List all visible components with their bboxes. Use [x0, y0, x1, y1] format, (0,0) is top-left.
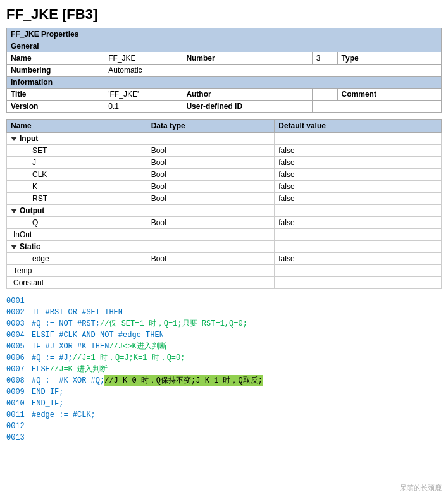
line-number: 0003 — [6, 318, 32, 330]
code-segment: IF #J XOR #K THEN — [32, 341, 109, 352]
code-segment: //仅 SET=1 时，Q=1;只要 RST=1,Q=0; — [100, 318, 247, 330]
line-number: 0009 — [6, 386, 32, 398]
line-number: 0001 — [6, 295, 32, 307]
row-datatype-cell: Bool — [147, 169, 275, 181]
row-default-cell — [275, 265, 442, 277]
code-line: 0005 IF #J XOR #K THEN //J<>K进入判断 — [6, 341, 442, 352]
table-row: RSTBoolfalse — [7, 193, 442, 205]
line-number: 0007 — [6, 364, 32, 375]
row-default-cell: false — [275, 169, 442, 181]
title-label: Title — [7, 89, 104, 101]
row-default-cell: false — [275, 181, 442, 193]
row-datatype-cell — [147, 205, 275, 217]
line-number: 0006 — [6, 352, 32, 364]
version-value: 0.1 — [104, 101, 182, 113]
row-datatype-cell: Bool — [147, 193, 275, 205]
table-row: Input — [7, 133, 442, 145]
code-line: 0013 — [6, 432, 442, 443]
row-datatype-cell: Bool — [147, 217, 275, 229]
code-line: 0008 #Q := #K XOR #Q; //J=K=0 时，Q保持不变;J=… — [6, 375, 442, 386]
code-segment: #edge := #CLK; — [32, 409, 96, 421]
table-row: KBoolfalse — [7, 181, 442, 193]
code-segment: //J=1 时，Q=J;K=1 时，Q=0; — [73, 352, 185, 364]
table-row: JBoolfalse — [7, 157, 442, 169]
table-row: Output — [7, 205, 442, 217]
row-name-cell: SET — [7, 145, 147, 157]
user-defined-value — [312, 101, 441, 113]
col-datatype-header: Data type — [147, 120, 275, 133]
watermark: 呆萌的长颈鹿 — [400, 483, 442, 493]
line-number: 0013 — [6, 432, 32, 443]
row-default-cell: false — [275, 145, 442, 157]
code-segment: #Q := NOT #RST; — [32, 318, 100, 330]
comment-value — [425, 89, 441, 101]
code-line: 0007 ELSE //J=K 进入判断 — [6, 364, 442, 375]
row-name-cell: InOut — [7, 229, 147, 241]
expand-icon[interactable] — [11, 137, 17, 141]
line-number: 0008 — [6, 375, 32, 386]
table-row: Static — [7, 241, 442, 253]
code-segment: //J=K=0 时，Q保持不变;J=K=1 时，Q取反; — [104, 375, 263, 386]
code-line: 0004ELSIF #CLK AND NOT #edge THEN — [6, 330, 442, 341]
code-line: 0002IF #RST OR #SET THEN — [6, 307, 442, 318]
row-default-cell — [275, 241, 442, 253]
row-name-cell: K — [7, 181, 147, 193]
table-row: SETBoolfalse — [7, 145, 442, 157]
information-header: Information — [7, 77, 442, 89]
row-name-cell: CLK — [7, 169, 147, 181]
row-name-cell: RST — [7, 193, 147, 205]
line-number: 0002 — [6, 307, 32, 318]
table-row: CLKBoolfalse — [7, 169, 442, 181]
table-row: Constant — [7, 277, 442, 289]
row-datatype-cell: Bool — [147, 253, 275, 265]
row-datatype-cell — [147, 241, 275, 253]
row-datatype-cell: Bool — [147, 145, 275, 157]
row-datatype-cell — [147, 133, 275, 145]
line-number: 0010 — [6, 398, 32, 409]
code-line: 0010END_IF; — [6, 398, 442, 409]
properties-header: FF_JKE Properties — [7, 28, 442, 40]
expand-icon[interactable] — [11, 209, 17, 213]
code-line: 0009 END_IF; — [6, 386, 442, 398]
row-name-cell: J — [7, 157, 147, 169]
expand-icon[interactable] — [11, 245, 17, 249]
code-line: 0012 — [6, 421, 442, 432]
table-row: Temp — [7, 265, 442, 277]
row-name-cell: Q — [7, 217, 147, 229]
table-row: InOut — [7, 229, 442, 241]
code-section: 00010002IF #RST OR #SET THEN0003 #Q := N… — [6, 295, 442, 443]
line-number: 0012 — [6, 421, 32, 432]
code-segment: #Q := #J; — [32, 352, 73, 364]
code-segment: ELSIF #CLK AND NOT #edge THEN — [32, 330, 164, 341]
row-default-cell: false — [275, 253, 442, 265]
code-segment: #Q := #K XOR #Q; — [32, 375, 104, 386]
properties-table: FF_JKE Properties General Name FF_JKE Nu… — [6, 28, 442, 113]
row-name-cell: Temp — [7, 265, 147, 277]
row-default-cell — [275, 277, 442, 289]
code-line: 0011#edge := #CLK; — [6, 409, 442, 421]
title-value: 'FF_JKE' — [104, 89, 182, 101]
row-datatype-cell — [147, 265, 275, 277]
row-default-cell: false — [275, 193, 442, 205]
row-datatype-cell: Bool — [147, 181, 275, 193]
numbering-label: Numbering — [7, 65, 104, 77]
page-title: FF_JKE [FB3] — [6, 6, 442, 23]
number-value: 3 — [312, 52, 337, 65]
name-label: Name — [7, 52, 104, 65]
row-name-cell: Constant — [7, 277, 147, 289]
row-default-cell — [275, 205, 442, 217]
code-line: 0003 #Q := NOT #RST; //仅 SET=1 时，Q=1;只要 … — [6, 318, 442, 330]
code-line: 0006 #Q := #J; //J=1 时，Q=J;K=1 时，Q=0; — [6, 352, 442, 364]
table-row: edgeBoolfalse — [7, 253, 442, 265]
code-segment: ELSE — [32, 364, 50, 375]
number-label: Number — [182, 52, 312, 65]
col-name-header: Name — [7, 120, 147, 133]
code-segment: IF #RST OR #SET THEN — [32, 307, 123, 318]
row-default-cell: false — [275, 157, 442, 169]
line-number: 0004 — [6, 330, 32, 341]
code-segment: //J=K 进入判断 — [50, 364, 108, 375]
row-name-cell: Input — [7, 133, 147, 145]
name-value: FF_JKE — [104, 52, 182, 65]
row-datatype-cell — [147, 277, 275, 289]
version-label: Version — [7, 101, 104, 113]
